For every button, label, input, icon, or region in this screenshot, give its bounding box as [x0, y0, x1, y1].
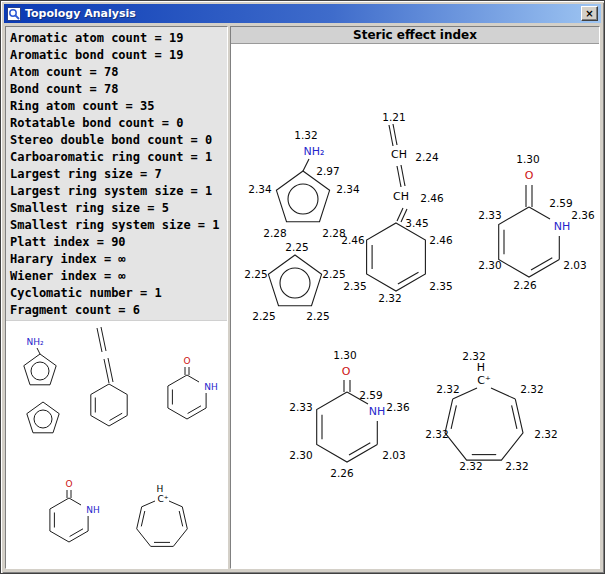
molecule-thumbnails: NH₂ [6, 322, 227, 568]
stat-line: Rotatable bond count = 0 [10, 115, 225, 132]
o-atom-label: O [65, 479, 72, 489]
topology-stats-list: Aromatic atom count = 19 Aromatic bond c… [6, 27, 227, 321]
nh-atom-label: NH [86, 505, 100, 515]
stat-line: Cyclomatic number = 1 [10, 285, 225, 302]
stat-line: Wiener index = ∞ [10, 268, 225, 285]
steric-value: 2.28 [263, 227, 286, 239]
molecule-cyclopentadienyl-annotated: 2.25 2.25 2.25 2.25 2.25 [244, 241, 345, 322]
stat-line: Stereo double bond count = 0 [10, 132, 225, 149]
steric-value: 2.35 [429, 280, 452, 292]
ch-atom-label: CH [393, 190, 409, 203]
steric-value: 2.26 [330, 467, 354, 479]
ch-atom-label: CH [391, 148, 407, 161]
stat-line: Platt index = 90 [10, 234, 225, 251]
steric-value: 2.32 [459, 460, 482, 472]
nh-atom-label: NH [554, 220, 571, 233]
h-atom-label: H [477, 361, 485, 374]
steric-value: 2.32 [425, 428, 448, 440]
steric-value: 2.25 [322, 268, 345, 280]
molecule-thumbnails-canvas: NH₂ [6, 322, 227, 569]
window-icon[interactable] [7, 7, 21, 21]
steric-value: 2.25 [285, 241, 308, 253]
steric-value: 2.24 [415, 151, 439, 163]
steric-value: 2.33 [289, 401, 312, 413]
stat-line: Largest ring system size = 1 [10, 183, 225, 200]
steric-value: 2.34 [336, 183, 360, 195]
c-plus-atom-label: C⁺ [477, 374, 491, 387]
thumb-pyridinone-1: O NH [168, 356, 218, 419]
steric-value: 2.33 [478, 209, 501, 221]
stat-line: Harary index = ∞ [10, 251, 225, 268]
stat-line: Largest ring size = 7 [10, 166, 225, 183]
thumb-tropylium: H C⁺ [137, 484, 188, 546]
steric-value: 2.32 [436, 383, 459, 395]
steric-value: 2.32 [378, 292, 401, 304]
stat-line: Aromatic bond count = 19 [10, 47, 225, 64]
stat-line: Atom count = 78 [10, 64, 225, 81]
stat-line: Smallest ring system size = 1 [10, 217, 225, 234]
stat-line: Bond count = 78 [10, 81, 225, 98]
molecule-cumulene-annotated: 1.21 CH 2.24 CH 2.46 3.45 2.46 2.46 2.35… [341, 111, 453, 304]
steric-value: 2.25 [306, 310, 329, 322]
thumb-pyridinone-2: O NH [50, 479, 100, 542]
steric-value: 2.25 [252, 310, 275, 322]
title-bar[interactable]: Topology Analysis × [4, 4, 601, 23]
molecule-pyridinone-annotated-1: 1.30 O 2.59 NH 2.36 2.33 2.30 2.03 2.26 [478, 153, 595, 291]
thumb-cumulene [91, 327, 127, 426]
h-atom-label: H [157, 484, 164, 494]
o-atom-label: O [525, 169, 534, 182]
steric-value: 2.34 [248, 183, 272, 195]
steric-value: 2.30 [478, 259, 501, 271]
nh2-atom-label: NH₂ [26, 337, 44, 347]
steric-index-canvas: 1.32 NH₂ 2.97 2.34 2.34 2.28 2.28 2.25 2… [231, 44, 600, 568]
steric-value: 1.30 [516, 153, 539, 165]
steric-value: 2.46 [420, 192, 444, 204]
stat-line: Aromatic atom count = 19 [10, 30, 225, 47]
steric-effect-panel: Steric effect index 1.32 NH₂ 2.97 2.34 2… [230, 26, 600, 569]
stat-line: Ring atom count = 35 [10, 98, 225, 115]
window-title: Topology Analysis [25, 7, 581, 20]
steric-value: 2.32 [534, 428, 557, 440]
c-plus-atom-label: C⁺ [157, 494, 168, 504]
stat-line: Carboaromatic ring count = 1 [10, 149, 225, 166]
steric-value: 2.03 [563, 259, 586, 271]
nh-atom-label: NH [369, 405, 386, 418]
steric-value: 2.35 [343, 280, 366, 292]
steric-value: 2.32 [520, 383, 543, 395]
steric-value: 2.46 [429, 234, 453, 246]
thumb-aminocyclopentadiene: NH₂ [24, 337, 56, 385]
steric-panel-header: Steric effect index [231, 27, 599, 44]
steric-value: 3.45 [405, 217, 428, 229]
molecule-pyridinone-annotated-2: 1.30 O 2.59 NH 2.36 2.33 2.30 2.03 2.26 [289, 349, 410, 479]
o-atom-label: O [342, 365, 351, 378]
steric-value: 2.03 [382, 449, 405, 461]
stat-line: Smallest ring size = 5 [10, 200, 225, 217]
stat-line: Fragment count = 6 [10, 302, 225, 319]
steric-value: 2.97 [316, 165, 339, 177]
steric-value: 2.36 [571, 209, 595, 221]
steric-value: 1.32 [294, 129, 317, 141]
steric-value: 2.59 [549, 197, 572, 209]
molecule-tropylium-annotated: 2.32 H C⁺ 2.32 2.32 2.32 2.32 2.32 2.32 [425, 350, 557, 472]
steric-value: 2.46 [341, 234, 365, 246]
nh2-atom-label: NH₂ [304, 145, 325, 158]
steric-value: 2.26 [513, 279, 537, 291]
steric-value: 1.30 [333, 349, 356, 361]
steric-value: 2.59 [359, 389, 382, 401]
thumb-cyclopentadienyl [27, 402, 59, 433]
o-atom-label: O [183, 356, 190, 366]
molecule-aminocyclopentadiene-annotated: 1.32 NH₂ 2.97 2.34 2.34 2.28 2.28 [248, 129, 360, 239]
topology-results-panel: Aromatic atom count = 19 Aromatic bond c… [5, 26, 228, 569]
topology-analysis-window: Topology Analysis × Aromatic atom count … [0, 0, 605, 574]
steric-value: 2.32 [505, 460, 528, 472]
nh-atom-label: NH [204, 382, 218, 392]
steric-value: 2.30 [289, 449, 312, 461]
steric-value: 2.36 [386, 401, 410, 413]
steric-value: 2.25 [244, 268, 267, 280]
close-button[interactable]: × [581, 6, 598, 21]
steric-value: 1.21 [382, 111, 405, 123]
